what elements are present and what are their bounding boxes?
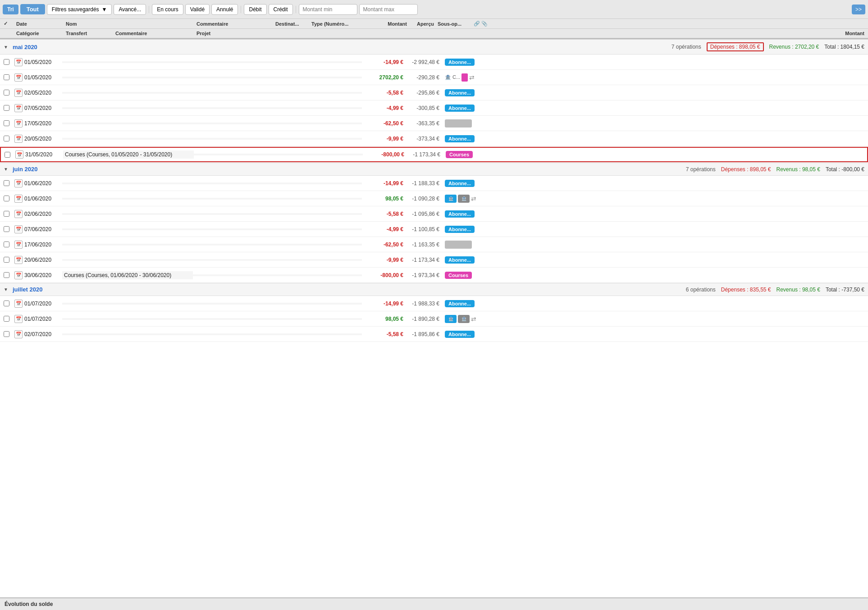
table-row[interactable]: 📅 20/05/2020 -9,99 € -373,34 € Abonne... [0, 131, 868, 146]
row-checkbox[interactable] [0, 315, 13, 323]
tag-courses-button[interactable]: Courses [446, 151, 473, 158]
encours-button[interactable]: En cours [152, 4, 183, 15]
row-checkbox[interactable] [0, 225, 13, 233]
calendar-icon[interactable]: 📅 [15, 150, 23, 159]
checkbox-input[interactable] [4, 105, 9, 111]
tag-button[interactable]: Abonne... [445, 300, 475, 307]
row-checkbox[interactable] [0, 271, 13, 279]
month-title[interactable]: juillet 2020 [13, 286, 42, 293]
tag-button[interactable]: Abonne... [445, 331, 475, 338]
tag-button[interactable]: Abonne... [445, 105, 475, 112]
checkbox-input[interactable] [4, 196, 9, 201]
calendar-icon[interactable]: 📅 [14, 135, 23, 143]
table-row[interactable]: 📅 07/06/2020 -4,99 € -1 100,85 € Abonne.… [0, 222, 868, 237]
table-row[interactable]: 📅 31/05/2020 Courses (Courses, 01/05/202… [0, 147, 868, 162]
calendar-icon[interactable]: 📅 [14, 195, 23, 203]
montant-max-input[interactable] [359, 4, 418, 15]
calendar-icon[interactable]: 📅 [14, 256, 23, 264]
calendar-icon[interactable]: 📅 [14, 271, 23, 279]
checkbox-input[interactable] [4, 272, 9, 278]
montant-min-input[interactable] [299, 4, 357, 15]
table-row[interactable]: 📅 02/07/2020 -5,58 € -1 895,86 € Abonne.… [0, 327, 868, 342]
calendar-icon[interactable]: 📅 [14, 300, 23, 308]
table-row[interactable]: 📅 01/06/2020 98,05 € -1 090,28 € 🏦 🏦 ⇄ [0, 191, 868, 206]
calendar-icon[interactable]: 📅 [14, 330, 23, 338]
row-checkbox[interactable] [0, 179, 13, 187]
row-checkbox[interactable] [0, 119, 13, 127]
checkbox-input[interactable] [5, 152, 10, 158]
row-checkbox[interactable] [0, 300, 13, 307]
checkbox-input[interactable] [4, 74, 9, 80]
checkbox-input[interactable] [4, 241, 9, 247]
table-row[interactable]: 📅 01/05/2020 2702,20 € -290,28 € 🏦 C... … [0, 70, 868, 85]
table-row[interactable]: 📅 02/05/2020 -5,58 € -295,86 € Abonne... [0, 85, 868, 100]
table-row[interactable]: 📅 07/05/2020 -4,99 € -300,85 € Abonne... [0, 100, 868, 116]
row-checkbox[interactable] [0, 73, 13, 81]
tag-button[interactable]: Abonne... [445, 210, 475, 218]
table-row[interactable]: 📅 01/07/2020 98,05 € -1 890,28 € 🏦 🏦 ⇄ [0, 311, 868, 327]
tag-button[interactable]: Abonne... [445, 59, 475, 66]
avance-button[interactable]: Avancé... [114, 4, 146, 15]
calendar-icon[interactable]: 📅 [14, 58, 23, 66]
annule-button[interactable]: Annulé [211, 4, 238, 15]
tri-button[interactable]: Tri [3, 5, 18, 14]
row-checkbox[interactable] [0, 135, 13, 142]
tag-button[interactable]: Abonne... [445, 256, 475, 264]
row-checkbox[interactable] [0, 89, 13, 96]
table-row[interactable]: 📅 30/06/2020 Courses (Courses, 01/06/202… [0, 268, 868, 283]
table-row[interactable]: 📅 17/06/2020 -62,50 € -1 163,35 € [0, 237, 868, 252]
table-row[interactable]: 📅 01/07/2020 -14,99 € -1 988,33 € Abonne… [0, 296, 868, 311]
calendar-icon[interactable]: 📅 [14, 241, 23, 249]
checkbox-input[interactable] [4, 180, 9, 186]
row-checkbox[interactable] [0, 58, 13, 66]
checkbox-input[interactable] [4, 211, 9, 217]
filtres-button[interactable]: Filtres sauvegardés ▼ [47, 4, 112, 15]
checkbox-input[interactable] [4, 226, 9, 232]
table-row[interactable]: 📅 20/06/2020 -9,99 € -1 173,34 € Abonne.… [0, 252, 868, 268]
checkbox-input[interactable] [4, 300, 9, 306]
row-type [308, 244, 362, 246]
tag-button[interactable]: Abonne... [445, 180, 475, 187]
table-row[interactable]: 📅 01/06/2020 -14,99 € -1 188,33 € Abonne… [0, 176, 868, 191]
checkbox-input[interactable] [4, 257, 9, 263]
table-row[interactable]: 📅 17/05/2020 -62,50 € -363,35 € [0, 116, 868, 131]
checkbox-input[interactable] [4, 59, 9, 65]
calendar-icon[interactable]: 📅 [14, 104, 23, 112]
tag-courses-button[interactable]: Courses [445, 272, 472, 279]
calendar-icon[interactable]: 📅 [14, 73, 23, 82]
row-checkbox[interactable] [0, 241, 13, 248]
valide-button[interactable]: Validé [185, 4, 210, 15]
checkbox-input[interactable] [4, 136, 9, 141]
debit-button[interactable]: Débit [244, 4, 266, 15]
month-title[interactable]: mai 2020 [13, 44, 37, 50]
checkbox-input[interactable] [4, 90, 9, 96]
table-row[interactable]: 📅 01/05/2020 -14,99 € -2 992,48 € Abonne… [0, 55, 868, 70]
calendar-icon[interactable]: 📅 [14, 179, 23, 187]
row-checkbox[interactable] [0, 256, 13, 264]
checkbox-input[interactable] [4, 120, 9, 126]
row-checkbox[interactable] [0, 104, 13, 112]
header-row-1: ✓ Date Nom Commentaire Destinat... Type … [0, 19, 868, 29]
table-row[interactable]: 📅 02/06/2020 -5,58 € -1 095,86 € Abonne.… [0, 206, 868, 222]
tag-button[interactable]: Abonne... [445, 89, 475, 96]
collapse-triangle-icon[interactable]: ▼ [4, 287, 8, 292]
row-checkbox[interactable] [0, 195, 13, 202]
row-checkbox[interactable] [0, 330, 13, 338]
checkbox-input[interactable] [4, 316, 9, 322]
tag-button[interactable]: Abonne... [445, 135, 475, 142]
calendar-icon[interactable]: 📅 [14, 210, 23, 218]
expand-button[interactable]: >> [852, 5, 865, 14]
calendar-icon[interactable]: 📅 [14, 315, 23, 323]
row-checkbox[interactable] [0, 210, 13, 218]
calendar-icon[interactable]: 📅 [14, 89, 23, 97]
credit-button[interactable]: Crédit [269, 4, 293, 15]
tag-button[interactable]: Abonne... [445, 226, 475, 233]
tout-button[interactable]: Tout [20, 4, 45, 14]
collapse-triangle-icon[interactable]: ▼ [4, 45, 8, 50]
calendar-icon[interactable]: 📅 [14, 119, 23, 127]
calendar-icon[interactable]: 📅 [14, 225, 23, 233]
row-checkbox[interactable] [1, 151, 14, 159]
collapse-triangle-icon[interactable]: ▼ [4, 167, 8, 172]
checkbox-input[interactable] [4, 331, 9, 337]
month-title[interactable]: juin 2020 [13, 166, 38, 173]
